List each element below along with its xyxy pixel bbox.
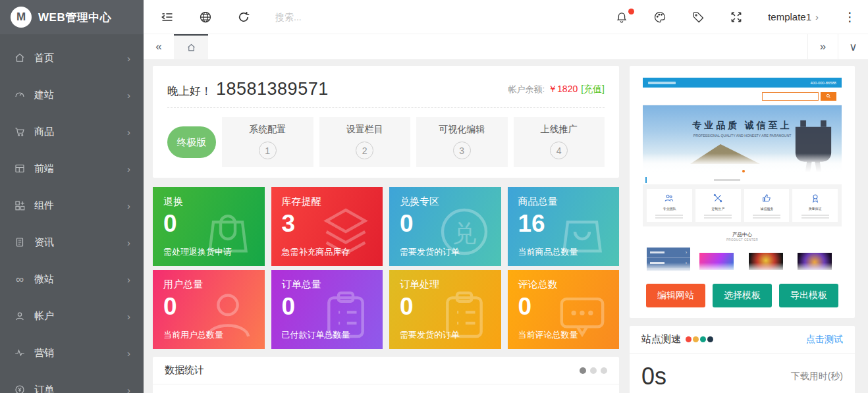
step-number: 3 bbox=[453, 142, 471, 159]
feature-card: 诚信服务 bbox=[744, 189, 790, 222]
clipboard-icon bbox=[317, 286, 375, 344]
bag-icon bbox=[553, 203, 611, 261]
notifications-bell-icon[interactable] bbox=[615, 11, 628, 24]
sidebar-item-label: 帐户 bbox=[34, 310, 119, 323]
download-time-value: 0s bbox=[641, 363, 666, 390]
step-go-live[interactable]: 上线推广 4 bbox=[514, 117, 605, 167]
website-template-preview[interactable]: 400-000-86588 专业品质 诚信至上 PROFESSIONAL QUA… bbox=[643, 78, 842, 275]
carousel-dots[interactable] bbox=[580, 367, 607, 374]
speed-dot bbox=[700, 336, 706, 342]
components-icon bbox=[13, 199, 26, 212]
search-input[interactable] bbox=[275, 12, 590, 22]
collapse-sidebar-icon[interactable] bbox=[161, 11, 174, 24]
greeting-text: 晚上好！ bbox=[167, 84, 212, 99]
sidebar-item-label: 资讯 bbox=[34, 236, 119, 249]
data-statistics-panel: 数据统计 订单成交量 bbox=[153, 357, 619, 393]
refresh-icon[interactable] bbox=[237, 11, 250, 24]
tabs-scroll-left-icon[interactable]: « bbox=[144, 34, 174, 59]
step-setup-columns[interactable]: 设置栏目 2 bbox=[319, 117, 411, 167]
preview-search-input bbox=[762, 92, 819, 101]
step-number: 4 bbox=[550, 142, 568, 159]
chevron-right-icon: › bbox=[127, 384, 130, 393]
stat-card-comment-total[interactable]: 评论总数 0 当前评论总数量 bbox=[508, 270, 620, 349]
bag-icon bbox=[199, 203, 257, 261]
sidebar-item-label: 首页 bbox=[34, 52, 119, 65]
search-icon bbox=[821, 92, 836, 101]
sidebar-item-orders[interactable]: 订单 › bbox=[0, 371, 144, 393]
hero-title: 专业品质 诚信至上 bbox=[643, 120, 842, 132]
sidebar-item-label: 订单 bbox=[34, 384, 119, 393]
sidebar-item-frontend[interactable]: 前端 › bbox=[0, 150, 144, 187]
tab-bar: « » ∨ bbox=[144, 34, 868, 59]
edit-website-button[interactable]: 编辑网站 bbox=[646, 284, 705, 307]
app-logo-row: M WEB管理中心 bbox=[0, 0, 144, 34]
preview-welcome-text bbox=[648, 82, 676, 84]
sidebar-item-label: 商品 bbox=[34, 126, 119, 138]
sidebar-item-microsite[interactable]: ∞ 微站 › bbox=[0, 261, 144, 298]
stat-card-stock-alert[interactable]: 库存提醒 3 急需补充商品库存 bbox=[271, 187, 383, 266]
stat-card-order-processing[interactable]: 订单处理 0 需要发货的订单 bbox=[389, 270, 501, 349]
panel-title: 数据统计 bbox=[165, 364, 204, 377]
sidebar-item-label: 前端 bbox=[34, 163, 119, 175]
carousel-dot bbox=[580, 367, 586, 374]
medal-icon bbox=[810, 193, 821, 203]
step-visual-edit[interactable]: 可视化编辑 3 bbox=[416, 117, 508, 167]
stat-card-grid: 退换 0 需处理退换货申请 库存提醒 3 急需补充商品库存 兑换专区 0 bbox=[153, 187, 619, 349]
sidebar-item-label: 建站 bbox=[34, 89, 119, 101]
chevron-right-icon: › bbox=[127, 274, 130, 285]
sidebar-item-components[interactable]: 组件 › bbox=[0, 187, 144, 224]
sidebar-nav: 首页 › 建站 › 商品 › 前端 › 组件 › bbox=[0, 34, 144, 393]
fullscreen-icon[interactable] bbox=[730, 11, 743, 24]
app-title: WEB管理中心 bbox=[38, 10, 111, 25]
sidebar-item-news[interactable]: 资讯 › bbox=[0, 224, 144, 261]
template-selector[interactable]: template1 › bbox=[768, 11, 819, 22]
sidebar-item-site-build[interactable]: 建站 › bbox=[0, 76, 144, 113]
clipboard-icon bbox=[435, 286, 493, 344]
preview-fade-overlay bbox=[643, 263, 842, 275]
svg-text:兑: 兑 bbox=[452, 220, 476, 247]
tab-home[interactable] bbox=[174, 34, 208, 59]
export-template-button[interactable]: 导出模板 bbox=[779, 284, 838, 307]
run-speed-test-link[interactable]: 点击测试 bbox=[806, 334, 843, 346]
admin-dashboard: M WEB管理中心 首页 › 建站 › 商品 › 前端 › bbox=[0, 0, 868, 393]
stat-card-returns[interactable]: 退换 0 需处理退换货申请 bbox=[153, 187, 265, 266]
tag-icon[interactable] bbox=[692, 11, 705, 24]
globe-icon[interactable] bbox=[199, 11, 212, 24]
tabs-menu-icon[interactable]: ∨ bbox=[838, 34, 868, 59]
hero-subtitle: PROFESSIONAL QUALITY AND HONESTY ARE PAR… bbox=[690, 134, 794, 138]
welcome-panel: 晚上好！ 18581389571 帐户余额: ￥1820 [充值] 终极版 系统… bbox=[153, 66, 619, 178]
chevron-right-icon: › bbox=[815, 11, 819, 22]
recharge-link[interactable]: [充值] bbox=[581, 84, 605, 95]
sidebar-item-home[interactable]: 首页 › bbox=[0, 39, 144, 76]
sidebar-item-label: 营销 bbox=[34, 347, 119, 359]
tabs-scroll-right-icon[interactable]: » bbox=[807, 34, 838, 59]
chevron-right-icon: › bbox=[127, 348, 130, 359]
theme-palette-icon[interactable] bbox=[653, 11, 666, 24]
preview-hero-banner: 专业品质 诚信至上 PROFESSIONAL QUALITY AND HONES… bbox=[643, 105, 842, 176]
choose-template-button[interactable]: 选择模板 bbox=[713, 284, 772, 307]
sidebar-item-marketing[interactable]: 营销 › bbox=[0, 334, 144, 371]
stat-card-product-total[interactable]: 商品总量 16 当前商品总数量 bbox=[508, 187, 620, 266]
balance-label: 帐户余额: bbox=[508, 84, 545, 95]
home-icon bbox=[13, 51, 26, 65]
site-speed-panel: 站点测速 点击测试 0s 下载用时(秒) bbox=[630, 326, 855, 393]
step-system-config[interactable]: 系统配置 1 bbox=[222, 117, 313, 167]
gauge-icon bbox=[13, 88, 26, 101]
person-icon bbox=[199, 286, 257, 344]
speed-dot bbox=[707, 336, 713, 342]
stat-card-order-total[interactable]: 订单总量 0 已付款订单总数量 bbox=[271, 270, 383, 349]
stat-card-exchange[interactable]: 兑换专区 0 需要发货的订单 兑 bbox=[389, 187, 501, 266]
stat-card-user-total[interactable]: 用户总量 0 当前用户总数量 bbox=[153, 270, 265, 349]
notification-dot bbox=[628, 9, 634, 14]
feature-card: 质量保证 bbox=[792, 189, 838, 222]
sidebar-item-products[interactable]: 商品 › bbox=[0, 113, 144, 150]
more-menu-icon[interactable]: ⋮ bbox=[844, 11, 856, 23]
pulse-icon bbox=[13, 346, 26, 359]
sidebar-item-label: 组件 bbox=[34, 199, 119, 212]
speed-dots bbox=[686, 336, 806, 342]
chevron-right-icon: › bbox=[127, 53, 130, 64]
layout-icon bbox=[13, 162, 26, 175]
sidebar-item-account[interactable]: 帐户 › bbox=[0, 298, 144, 334]
user-icon bbox=[13, 309, 26, 323]
template-actions: 编辑网站 选择模板 导出模板 bbox=[643, 284, 842, 307]
